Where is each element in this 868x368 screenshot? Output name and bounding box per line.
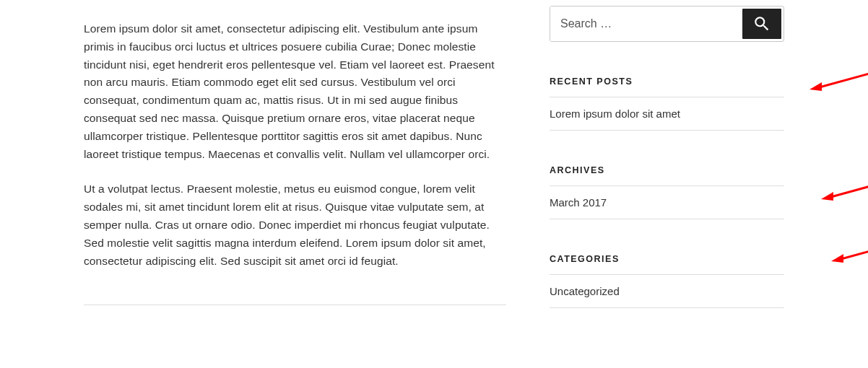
widget-archives: ARCHIVES March 2017 xyxy=(550,165,784,219)
search-form xyxy=(550,6,784,42)
page-container: Lorem ipsum dolor sit amet, consectetur … xyxy=(62,0,806,368)
search-icon xyxy=(752,14,771,33)
svg-marker-1 xyxy=(810,82,822,91)
post-paragraph: Lorem ipsum dolor sit amet, consectetur … xyxy=(84,20,506,163)
svg-marker-5 xyxy=(831,254,843,263)
list-item: Uncategorized xyxy=(550,275,784,308)
list-item: Lorem ipsum dolor sit amet xyxy=(550,97,784,131)
widget-title: ARCHIVES xyxy=(550,165,784,186)
svg-line-0 xyxy=(817,72,868,88)
widget-title: CATEGORIES xyxy=(550,254,784,275)
post-divider xyxy=(84,305,506,305)
category-link[interactable]: Uncategorized xyxy=(550,275,784,307)
annotation-arrow-icon xyxy=(806,66,868,95)
post-content: Lorem ipsum dolor sit amet, consectetur … xyxy=(84,0,506,305)
svg-line-4 xyxy=(838,244,868,260)
archives-list: March 2017 xyxy=(550,186,784,219)
post-paragraph: Ut a volutpat lectus. Praesent molestie,… xyxy=(84,180,506,270)
recent-posts-list: Lorem ipsum dolor sit amet xyxy=(550,97,784,131)
annotation-arrow-icon xyxy=(817,176,868,205)
search-input[interactable] xyxy=(550,6,740,41)
search-button[interactable] xyxy=(742,9,781,39)
svg-line-2 xyxy=(828,182,868,198)
svg-marker-3 xyxy=(821,192,833,201)
recent-post-link[interactable]: Lorem ipsum dolor sit amet xyxy=(550,97,784,130)
archive-link[interactable]: March 2017 xyxy=(550,186,784,219)
widget-categories: CATEGORIES Uncategorized xyxy=(550,254,784,308)
categories-list: Uncategorized xyxy=(550,275,784,308)
list-item: March 2017 xyxy=(550,186,784,219)
widget-title: RECENT POSTS xyxy=(550,76,784,97)
widget-recent-posts: RECENT POSTS Lorem ipsum dolor sit amet xyxy=(550,76,784,131)
annotation-arrow-icon xyxy=(828,238,868,267)
sidebar: RECENT POSTS Lorem ipsum dolor sit amet … xyxy=(550,0,784,343)
